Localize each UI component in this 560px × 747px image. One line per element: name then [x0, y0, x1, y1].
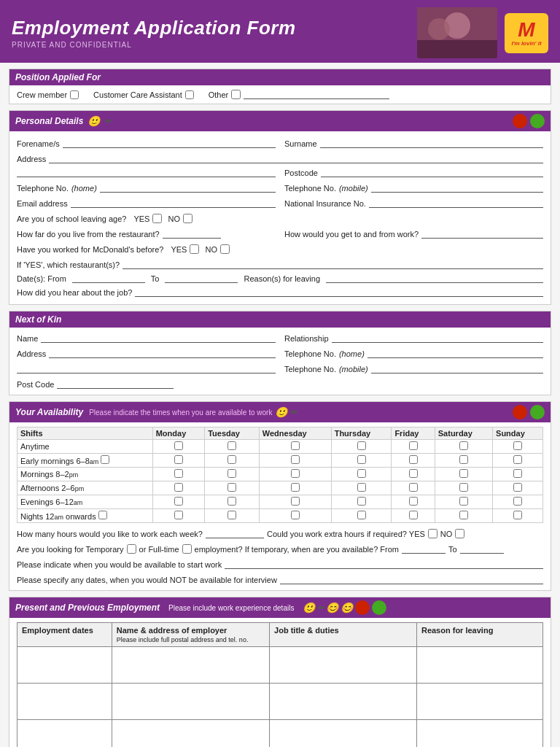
- fulltime-checkbox[interactable]: [182, 544, 192, 554]
- header-left: Employment Application Form PRIVATE AND …: [12, 17, 417, 49]
- reason-leaving-input[interactable]: [326, 274, 543, 283]
- temporary-checkbox[interactable]: [127, 544, 136, 554]
- emp-employer-1[interactable]: [112, 647, 269, 684]
- emp-job-2[interactable]: [270, 684, 417, 720]
- distance-input[interactable]: [163, 229, 221, 239]
- other-text-input[interactable]: [244, 90, 389, 99]
- nights-tue[interactable]: [228, 511, 236, 519]
- email-input[interactable]: [71, 198, 276, 208]
- emp-reason-3[interactable]: [416, 720, 542, 748]
- nok-name-input[interactable]: [41, 333, 276, 343]
- early-mornings-label-cb[interactable]: [101, 455, 109, 464]
- nights-fri[interactable]: [409, 511, 418, 519]
- forename-input[interactable]: [63, 139, 276, 148]
- how-hear-input[interactable]: [135, 287, 543, 297]
- evenings-tue[interactable]: [228, 497, 236, 506]
- crew-member-checkbox[interactable]: [70, 90, 79, 99]
- early-sat[interactable]: [459, 455, 468, 464]
- nok-tel-home-input[interactable]: [368, 349, 543, 358]
- nights-wed[interactable]: [291, 511, 300, 519]
- early-wed[interactable]: [291, 455, 300, 464]
- available-start-input[interactable]: [225, 560, 543, 569]
- tel-home-input[interactable]: [100, 183, 276, 193]
- emp-reason-2[interactable]: [416, 684, 542, 720]
- evenings-sun[interactable]: [513, 497, 522, 506]
- early-tue[interactable]: [228, 455, 236, 464]
- mornings-mon[interactable]: [174, 469, 183, 478]
- anytime-mon[interactable]: [174, 441, 183, 450]
- address2-input[interactable]: [17, 168, 276, 177]
- extra-yes-checkbox[interactable]: [428, 529, 438, 538]
- postcode-input[interactable]: [321, 168, 543, 177]
- evenings-mon[interactable]: [174, 497, 183, 506]
- dates-to-input[interactable]: [165, 274, 238, 283]
- emp-dates-2[interactable]: [18, 684, 112, 720]
- early-mon[interactable]: [174, 455, 183, 464]
- anytime-wed[interactable]: [291, 441, 300, 450]
- evenings-fri[interactable]: [409, 497, 418, 506]
- restaurant-input[interactable]: [122, 260, 543, 269]
- anytime-sat[interactable]: [459, 441, 468, 450]
- afternoons-mon[interactable]: [174, 483, 183, 492]
- nights-thu[interactable]: [357, 511, 366, 519]
- surname-input[interactable]: [320, 139, 543, 148]
- afternoons-sun[interactable]: [513, 483, 522, 492]
- emp-employer-3[interactable]: [112, 720, 269, 748]
- mornings-fri[interactable]: [409, 469, 418, 478]
- worked-yes-checkbox[interactable]: [190, 244, 199, 254]
- nok-address2-input[interactable]: [17, 364, 276, 374]
- anytime-tue[interactable]: [228, 441, 236, 450]
- mornings-tue[interactable]: [228, 469, 236, 478]
- school-no-checkbox[interactable]: [183, 214, 192, 223]
- evenings-wed[interactable]: [291, 497, 300, 506]
- worked-no-checkbox[interactable]: [220, 244, 230, 254]
- dates-from-input[interactable]: [72, 274, 145, 283]
- mornings-thu[interactable]: [357, 469, 366, 478]
- nok-relationship-input[interactable]: [332, 333, 543, 343]
- nights-sat[interactable]: [459, 511, 468, 519]
- customer-care-option[interactable]: Customer Care Assistant: [93, 90, 194, 99]
- nights-mon[interactable]: [174, 511, 183, 519]
- mornings-sat[interactable]: [459, 469, 468, 478]
- afternoons-tue[interactable]: [228, 483, 236, 492]
- nights-label-cb[interactable]: [98, 511, 107, 519]
- extra-no-checkbox[interactable]: [455, 529, 464, 538]
- evenings-sat[interactable]: [459, 497, 468, 506]
- tel-mobile-input[interactable]: [371, 183, 543, 193]
- customer-care-checkbox[interactable]: [185, 90, 194, 99]
- temp-to-input[interactable]: [460, 544, 504, 554]
- emp-job-1[interactable]: [270, 647, 417, 684]
- anytime-sun[interactable]: [513, 441, 522, 450]
- afternoons-sat[interactable]: [459, 483, 468, 492]
- nights-sun[interactable]: [513, 511, 522, 519]
- address-input[interactable]: [49, 154, 543, 163]
- commute-input[interactable]: [421, 229, 543, 239]
- early-sun[interactable]: [513, 455, 522, 464]
- emp-employer-2[interactable]: [112, 684, 269, 720]
- anytime-fri[interactable]: [409, 441, 418, 450]
- nok-tel-mobile-input[interactable]: [371, 364, 543, 374]
- afternoons-fri[interactable]: [409, 483, 418, 492]
- early-thu[interactable]: [357, 455, 366, 464]
- afternoons-wed[interactable]: [291, 483, 300, 492]
- early-fri[interactable]: [409, 455, 418, 464]
- mornings-sun[interactable]: [513, 469, 522, 478]
- hours-input[interactable]: [206, 529, 264, 538]
- mornings-wed[interactable]: [291, 469, 300, 478]
- not-available-input[interactable]: [280, 575, 543, 584]
- personal-green-icon: [530, 114, 545, 128]
- anytime-thu[interactable]: [357, 441, 366, 450]
- crew-member-option[interactable]: Crew member: [17, 90, 79, 99]
- emp-job-3[interactable]: [270, 720, 417, 748]
- emp-reason-1[interactable]: [416, 647, 542, 684]
- emp-dates-1[interactable]: [18, 647, 112, 684]
- evenings-thu[interactable]: [357, 497, 366, 506]
- school-yes-checkbox[interactable]: [152, 214, 162, 223]
- emp-dates-3[interactable]: [18, 720, 112, 748]
- other-checkbox[interactable]: [231, 90, 241, 99]
- temp-from-input[interactable]: [402, 544, 446, 554]
- nok-postcode-input[interactable]: [57, 379, 174, 389]
- ni-input[interactable]: [369, 198, 543, 208]
- afternoons-thu[interactable]: [357, 483, 366, 492]
- nok-address-input[interactable]: [49, 349, 276, 358]
